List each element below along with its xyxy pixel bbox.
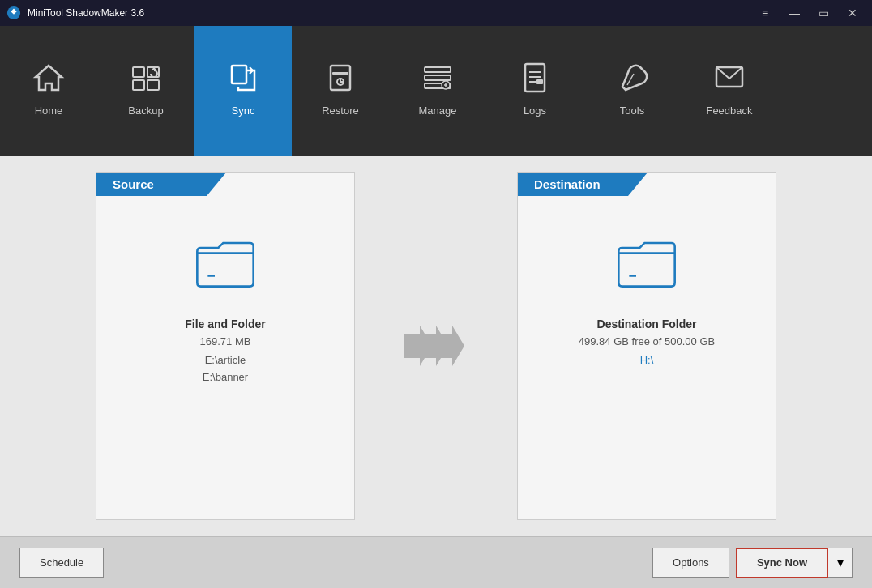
source-title: File and Folder [185, 317, 266, 330]
nav-bar: Home Backup Sync [0, 26, 872, 156]
source-path1: E:\article [185, 352, 266, 369]
svg-rect-6 [147, 80, 159, 90]
tools-icon [616, 62, 648, 98]
svg-rect-8 [232, 66, 246, 83]
main-content: Source File and Folder 169.71 MB E:\arti… [0, 156, 872, 536]
dropdown-chevron-icon: ▾ [837, 555, 844, 570]
source-header: Source [96, 173, 226, 196]
nav-label-sync: Sync [232, 104, 255, 117]
svg-rect-10 [332, 72, 348, 75]
svg-marker-30 [436, 326, 464, 366]
sync-now-button[interactable]: Sync Now [736, 548, 828, 578]
source-paths: E:\article E:\banner [185, 352, 266, 386]
svg-line-25 [627, 74, 634, 85]
feedback-icon [713, 62, 746, 98]
backup-icon [130, 62, 162, 98]
nav-label-logs: Logs [524, 104, 546, 117]
nav-item-feedback[interactable]: Feedback [681, 26, 778, 156]
nav-item-home[interactable]: Home [0, 26, 97, 156]
nav-item-restore[interactable]: Restore [292, 26, 389, 156]
source-size: 169.71 MB [185, 335, 266, 347]
nav-label-home: Home [35, 104, 63, 117]
svg-marker-2 [36, 66, 62, 90]
svg-rect-14 [425, 67, 451, 72]
restore-icon [324, 62, 357, 98]
nav-label-restore: Restore [322, 104, 359, 117]
nav-item-sync[interactable]: Sync [194, 26, 292, 156]
svg-rect-24 [536, 79, 543, 84]
nav-label-backup: Backup [128, 104, 163, 117]
title-bar-left: MiniTool ShadowMaker 3.6 [6, 6, 144, 20]
maximize-button[interactable]: ▭ [810, 5, 836, 21]
destination-free: 499.84 GB free of 500.00 GB [579, 335, 715, 347]
nav-label-tools: Tools [620, 104, 644, 117]
source-card[interactable]: Source File and Folder 169.71 MB E:\arti… [96, 172, 355, 520]
app-title: MiniTool ShadowMaker 3.6 [28, 7, 144, 19]
footer: Schedule Options Sync Now ▾ [0, 536, 872, 588]
footer-left: Schedule [19, 548, 104, 578]
schedule-button[interactable]: Schedule [19, 548, 104, 578]
sync-icon [227, 62, 259, 98]
nav-item-manage[interactable]: Manage [389, 26, 486, 156]
home-icon [32, 62, 65, 98]
svg-rect-3 [133, 67, 144, 77]
close-button[interactable]: ✕ [840, 5, 866, 21]
destination-info: Destination Folder 499.84 GB free of 500… [579, 317, 715, 369]
menu-button[interactable]: ≡ [752, 5, 778, 21]
footer-right: Options Sync Now ▾ [652, 548, 853, 578]
options-button[interactable]: Options [652, 548, 729, 578]
nav-item-tools[interactable]: Tools [583, 26, 681, 156]
arrow-section [404, 326, 468, 366]
app-logo [6, 6, 21, 20]
nav-label-feedback: Feedback [706, 104, 752, 117]
minimize-button[interactable]: — [781, 5, 807, 21]
title-bar: MiniTool ShadowMaker 3.6 ≡ — ▭ ✕ [0, 0, 872, 26]
nav-item-backup[interactable]: Backup [97, 26, 194, 156]
source-path2: E:\banner [185, 369, 266, 386]
nav-label-manage: Manage [419, 104, 457, 117]
logs-icon [519, 62, 551, 98]
destination-header: Destination [518, 173, 648, 196]
source-info: File and Folder 169.71 MB E:\article E:\… [185, 317, 266, 386]
destination-title: Destination Folder [579, 317, 715, 330]
sync-now-dropdown[interactable]: ▾ [828, 548, 853, 578]
destination-path: H:\ [579, 352, 715, 369]
source-folder-icon [193, 237, 258, 293]
title-bar-controls: ≡ — ▭ ✕ [752, 5, 866, 21]
destination-paths: H:\ [579, 352, 715, 369]
manage-icon [421, 62, 454, 98]
destination-card[interactable]: Destination Destination Folder 499.84 GB… [517, 172, 776, 520]
svg-rect-15 [425, 75, 451, 80]
svg-rect-5 [133, 80, 144, 90]
nav-item-logs[interactable]: Logs [486, 26, 583, 156]
destination-folder-icon [614, 237, 679, 293]
